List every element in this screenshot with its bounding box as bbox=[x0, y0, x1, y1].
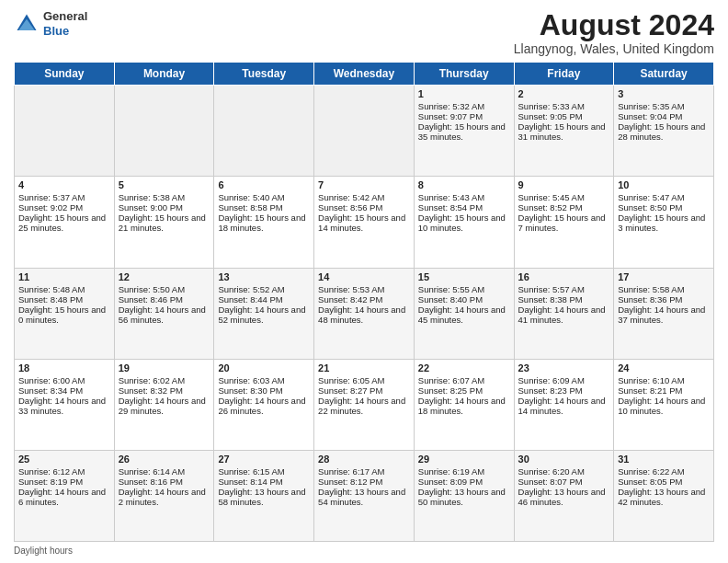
day-number: 1 bbox=[418, 88, 510, 99]
sunrise: Sunrise: 6:14 AM bbox=[119, 466, 185, 477]
calendar-cell: 11Sunrise: 5:48 AMSunset: 8:48 PMDayligh… bbox=[15, 268, 115, 359]
logo-text: General Blue bbox=[43, 9, 87, 38]
day-number: 30 bbox=[518, 454, 610, 465]
daylight: Daylight: 14 hours and 48 minutes. bbox=[318, 304, 405, 325]
sunset: Sunset: 8:07 PM bbox=[518, 477, 583, 487]
sunset: Sunset: 8:05 PM bbox=[618, 477, 682, 487]
daylight: Daylight: 13 hours and 46 minutes. bbox=[518, 487, 606, 507]
calendar-cell: 28Sunrise: 6:17 AMSunset: 8:12 PMDayligh… bbox=[314, 450, 415, 541]
calendar-cell: 1Sunrise: 5:32 AMSunset: 9:07 PMDaylight… bbox=[414, 86, 514, 177]
sunset: Sunset: 9:00 PM bbox=[119, 202, 183, 213]
logo-general: General bbox=[43, 9, 87, 23]
calendar-header: SundayMondayTuesdayWednesdayThursdayFrid… bbox=[15, 63, 714, 86]
daylight: Daylight: 13 hours and 58 minutes. bbox=[218, 487, 305, 507]
calendar-cell: 23Sunrise: 6:09 AMSunset: 8:23 PMDayligh… bbox=[514, 359, 614, 450]
calendar-cell bbox=[314, 86, 415, 177]
sunrise: Sunrise: 5:32 AM bbox=[418, 101, 484, 111]
daylight: Daylight: 14 hours and 29 minutes. bbox=[119, 396, 206, 416]
calendar-cell bbox=[214, 86, 314, 177]
calendar-cell: 8Sunrise: 5:43 AMSunset: 8:54 PMDaylight… bbox=[414, 177, 514, 268]
week-row-3: 11Sunrise: 5:48 AMSunset: 8:48 PMDayligh… bbox=[15, 268, 714, 359]
day-number: 11 bbox=[18, 271, 110, 282]
calendar-cell: 22Sunrise: 6:07 AMSunset: 8:25 PMDayligh… bbox=[414, 359, 514, 450]
day-header-friday: Friday bbox=[514, 63, 614, 86]
sunset: Sunset: 8:40 PM bbox=[418, 294, 483, 304]
calendar-cell: 3Sunrise: 5:35 AMSunset: 9:04 PMDaylight… bbox=[614, 86, 714, 177]
sunset: Sunset: 8:14 PM bbox=[218, 477, 282, 487]
day-number: 19 bbox=[119, 362, 210, 373]
day-header-saturday: Saturday bbox=[614, 63, 714, 86]
daylight: Daylight: 15 hours and 35 minutes. bbox=[418, 121, 506, 142]
daylight: Daylight: 13 hours and 54 minutes. bbox=[318, 487, 405, 507]
sunset: Sunset: 8:38 PM bbox=[518, 294, 583, 304]
calendar-cell bbox=[15, 86, 115, 177]
sunrise: Sunrise: 6:03 AM bbox=[218, 375, 284, 385]
calendar-cell: 27Sunrise: 6:15 AMSunset: 8:14 PMDayligh… bbox=[214, 450, 314, 541]
days-of-week-row: SundayMondayTuesdayWednesdayThursdayFrid… bbox=[15, 63, 714, 86]
sunset: Sunset: 8:46 PM bbox=[119, 294, 183, 304]
calendar-cell: 16Sunrise: 5:57 AMSunset: 8:38 PMDayligh… bbox=[514, 268, 614, 359]
day-header-tuesday: Tuesday bbox=[214, 63, 314, 86]
day-number: 25 bbox=[18, 454, 110, 465]
sunset: Sunset: 9:02 PM bbox=[18, 202, 83, 213]
sunrise: Sunrise: 6:07 AM bbox=[418, 375, 484, 385]
daylight: Daylight: 14 hours and 14 minutes. bbox=[518, 396, 606, 416]
daylight: Daylight: 14 hours and 56 minutes. bbox=[119, 304, 206, 325]
logo-icon bbox=[14, 11, 40, 37]
calendar-cell: 9Sunrise: 5:45 AMSunset: 8:52 PMDaylight… bbox=[514, 177, 614, 268]
sunrise: Sunrise: 6:10 AM bbox=[618, 375, 684, 385]
daylight: Daylight: 15 hours and 21 minutes. bbox=[119, 213, 206, 233]
daylight: Daylight: 15 hours and 3 minutes. bbox=[618, 213, 705, 233]
calendar-body: 1Sunrise: 5:32 AMSunset: 9:07 PMDaylight… bbox=[15, 86, 714, 542]
sunset: Sunset: 8:30 PM bbox=[218, 385, 282, 396]
sunset: Sunset: 8:23 PM bbox=[518, 385, 583, 396]
day-number: 18 bbox=[18, 362, 110, 373]
sunset: Sunset: 8:54 PM bbox=[418, 202, 483, 213]
day-number: 13 bbox=[218, 271, 310, 282]
daylight: Daylight: 14 hours and 41 minutes. bbox=[518, 304, 606, 325]
sunrise: Sunrise: 5:33 AM bbox=[518, 101, 585, 111]
calendar-cell: 29Sunrise: 6:19 AMSunset: 8:09 PMDayligh… bbox=[414, 450, 514, 541]
page: General Blue August 2024 Llangynog, Wale… bbox=[0, 0, 728, 563]
sunrise: Sunrise: 5:38 AM bbox=[119, 192, 185, 202]
day-number: 14 bbox=[318, 271, 410, 282]
calendar-cell: 31Sunrise: 6:22 AMSunset: 8:05 PMDayligh… bbox=[614, 450, 714, 541]
footer-note: Daylight hours bbox=[14, 546, 714, 556]
day-header-wednesday: Wednesday bbox=[314, 63, 415, 86]
sunrise: Sunrise: 5:40 AM bbox=[218, 192, 284, 202]
week-row-5: 25Sunrise: 6:12 AMSunset: 8:19 PMDayligh… bbox=[15, 450, 714, 541]
calendar-cell: 10Sunrise: 5:47 AMSunset: 8:50 PMDayligh… bbox=[614, 177, 714, 268]
sunrise: Sunrise: 5:35 AM bbox=[618, 101, 684, 111]
daylight: Daylight: 14 hours and 52 minutes. bbox=[218, 304, 305, 325]
calendar-cell: 5Sunrise: 5:38 AMSunset: 9:00 PMDaylight… bbox=[114, 177, 214, 268]
sunset: Sunset: 8:56 PM bbox=[318, 202, 382, 213]
calendar-table: SundayMondayTuesdayWednesdayThursdayFrid… bbox=[14, 62, 714, 542]
calendar-cell: 6Sunrise: 5:40 AMSunset: 8:58 PMDaylight… bbox=[214, 177, 314, 268]
sunset: Sunset: 8:44 PM bbox=[218, 294, 282, 304]
daylight: Daylight: 14 hours and 18 minutes. bbox=[418, 396, 506, 416]
daylight: Daylight: 14 hours and 6 minutes. bbox=[18, 487, 106, 507]
calendar-cell: 25Sunrise: 6:12 AMSunset: 8:19 PMDayligh… bbox=[15, 450, 115, 541]
calendar-cell: 13Sunrise: 5:52 AMSunset: 8:44 PMDayligh… bbox=[214, 268, 314, 359]
logo-blue: Blue bbox=[43, 24, 69, 38]
sunrise: Sunrise: 6:15 AM bbox=[218, 466, 284, 477]
week-row-1: 1Sunrise: 5:32 AMSunset: 9:07 PMDaylight… bbox=[15, 86, 714, 177]
day-number: 16 bbox=[518, 271, 610, 282]
day-number: 26 bbox=[119, 454, 210, 465]
daylight: Daylight: 14 hours and 26 minutes. bbox=[218, 396, 305, 416]
calendar-cell: 26Sunrise: 6:14 AMSunset: 8:16 PMDayligh… bbox=[114, 450, 214, 541]
sunset: Sunset: 8:52 PM bbox=[518, 202, 583, 213]
day-number: 6 bbox=[218, 179, 310, 190]
calendar-cell: 2Sunrise: 5:33 AMSunset: 9:05 PMDaylight… bbox=[514, 86, 614, 177]
sunset: Sunset: 9:05 PM bbox=[518, 111, 583, 121]
calendar-cell bbox=[114, 86, 214, 177]
calendar-cell: 24Sunrise: 6:10 AMSunset: 8:21 PMDayligh… bbox=[614, 359, 714, 450]
daylight: Daylight: 14 hours and 22 minutes. bbox=[318, 396, 405, 416]
sunrise: Sunrise: 5:55 AM bbox=[418, 284, 484, 294]
daylight: Daylight: 14 hours and 10 minutes. bbox=[618, 396, 705, 416]
day-number: 28 bbox=[318, 454, 410, 465]
sunrise: Sunrise: 6:20 AM bbox=[518, 466, 585, 477]
sunset: Sunset: 8:36 PM bbox=[618, 294, 682, 304]
sunset: Sunset: 8:32 PM bbox=[119, 385, 183, 396]
sunset: Sunset: 8:09 PM bbox=[418, 477, 483, 487]
